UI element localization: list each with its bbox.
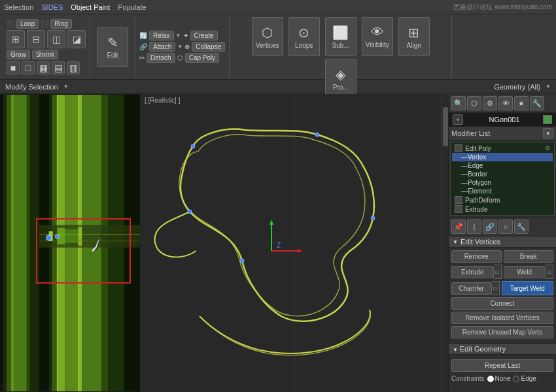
modifier-border[interactable]: — Border (452, 170, 553, 178)
rp-icon-gear[interactable]: ⚙ (483, 96, 497, 110)
grow-icon-btn[interactable]: ⊞ (7, 30, 25, 48)
rp-icon-magnet[interactable]: 🔍 (451, 96, 466, 110)
center-viewport-svg: Z (141, 94, 448, 392)
edit-btn[interactable]: ✎ Edit (97, 27, 128, 67)
svg-point-34 (315, 133, 319, 137)
break-btn[interactable]: Break (504, 250, 554, 263)
constraint-none-option[interactable]: None (487, 375, 511, 382)
edge-radio[interactable] (513, 376, 519, 382)
rp-icon-cursor[interactable]: | (467, 220, 481, 234)
object-expand-btn[interactable]: + (453, 114, 463, 125)
modifier-vertex[interactable]: — Vertex (452, 153, 553, 161)
create-btn[interactable]: Create (190, 31, 218, 41)
svg-point-37 (188, 210, 192, 214)
extrude-sq-btn[interactable]: □ (494, 265, 502, 279)
edit-vertices-section: Remove Break Extrude □ Weld □ Chamfer (449, 248, 556, 343)
remove-isolated-btn[interactable]: Remove Isolated Vertices (451, 312, 553, 324)
rp-icon-link[interactable]: 🔗 (483, 220, 497, 234)
shrink-icon-btn[interactable]: ⊟ (27, 30, 45, 48)
align-btn[interactable]: ⊞ Align (398, 17, 430, 56)
extra-icon3[interactable]: ▦ (37, 61, 50, 74)
modifier-pathdeform[interactable]: PathDeform (452, 195, 553, 204)
section-arrow: ▼ (453, 239, 458, 245)
modifier-edit-poly[interactable]: Edit Poly ⚙ (452, 144, 553, 153)
chamfer-btn[interactable]: Chamfer (451, 282, 492, 295)
svg-text:Z: Z (277, 242, 281, 249)
rp-icon-pin[interactable]: 📌 (451, 220, 466, 234)
shrink-btn[interactable]: Shrink (32, 50, 58, 59)
loops-btn[interactable]: ⊙ Loops (288, 17, 320, 56)
edit-geometry-section: Repeat Last Constraints None Edge (449, 355, 556, 386)
weld-btn[interactable]: Weld (504, 266, 546, 278)
modifier-extrude[interactable]: Extrude (452, 204, 553, 214)
connect-btn[interactable]: Connect (451, 297, 553, 310)
topbar-selection[interactable]: Selection (4, 3, 33, 11)
left-viewport[interactable] (0, 94, 141, 392)
loop-btn[interactable]: Loop (16, 19, 39, 29)
rp-icon-edit[interactable]: ⬡ (467, 96, 481, 110)
topbar-object-paint[interactable]: Object Paint (71, 3, 110, 11)
modifier-element[interactable]: — Element (452, 187, 553, 195)
cap-poly-btn[interactable]: Cap Poly (185, 53, 220, 63)
grow-btn[interactable]: Grow (7, 50, 30, 59)
constraint-edge-option[interactable]: Edge (513, 375, 536, 382)
rp-icon-star[interactable]: ★ (514, 96, 529, 110)
pro-icon: ◈ (336, 67, 345, 82)
svg-rect-24 (78, 227, 82, 246)
svg-point-35 (371, 216, 375, 220)
geometry-all-label[interactable]: Geometry (All) (494, 83, 540, 91)
vertices-btn[interactable]: ⬡ Vertices (252, 17, 283, 56)
target-weld-btn[interactable]: Target Weld (502, 281, 554, 295)
visibility-btn[interactable]: 👁 Visibility (362, 17, 393, 56)
collapse-btn[interactable]: Collapse (192, 42, 225, 52)
weld-sq-btn[interactable]: □ (546, 265, 553, 279)
chamfer-sq-btn[interactable]: □ (492, 281, 500, 295)
extra-btn1[interactable]: ◫ (47, 30, 65, 48)
extra-icon5[interactable]: ▥ (67, 61, 80, 74)
detach-btn[interactable]: Detach (147, 53, 175, 63)
topbar-populate[interactable]: Populate (118, 3, 146, 11)
modify-dropdown-arrow[interactable]: ▼ (63, 84, 69, 90)
relax-btn[interactable]: Relax (149, 31, 174, 41)
top-bar: Selection SIDES Object Paint Populate 思路… (0, 0, 556, 14)
svg-point-27 (46, 235, 52, 240)
scrollbar-thumb[interactable] (443, 107, 448, 146)
repeat-last-btn[interactable]: Repeat Last (451, 359, 553, 372)
logo: 思路设计论坛 www.missyuan.com (453, 3, 552, 12)
remove-unused-btn[interactable]: Remove Unused Map Verts (451, 326, 553, 338)
extra-btn2[interactable]: ◪ (67, 30, 86, 48)
svg-rect-4 (14, 95, 27, 391)
ring-btn[interactable]: Ring (50, 19, 72, 29)
viewport-label: [ [Realistic] ] (145, 97, 180, 104)
rp-icon-wrench[interactable]: 🔧 (514, 220, 529, 234)
rp-icon-eye[interactable]: 👁 (498, 96, 513, 110)
svg-rect-2 (7, 95, 12, 391)
topbar-sides[interactable]: SIDES (41, 3, 63, 11)
extrude-with-sq: Extrude □ (451, 265, 502, 279)
svg-point-33 (191, 144, 195, 148)
rp-icon-circle[interactable]: ○ (498, 220, 513, 234)
remove-btn[interactable]: Remove (451, 250, 502, 263)
sub-btn[interactable]: ⬜ Sub... (325, 17, 356, 56)
svg-rect-6 (30, 95, 39, 391)
extra-icon1[interactable]: ■ (7, 61, 20, 74)
chamfer-targetweld-row: Chamfer □ Target Weld (451, 281, 553, 295)
pro-btn[interactable]: ◈ Pro... (325, 59, 356, 98)
extra-icon2[interactable]: □ (22, 61, 35, 74)
modifier-extrude-icon (455, 205, 462, 213)
none-radio[interactable] (487, 376, 494, 382)
modifier-edge[interactable]: — Edge (452, 161, 553, 170)
extra-icon4[interactable]: ▤ (52, 61, 65, 74)
center-viewport[interactable]: [ [Realistic] ] (141, 94, 448, 392)
rp-icon-tool[interactable]: 🔧 (530, 96, 544, 110)
geometry-dropdown-arrow[interactable]: ▼ (546, 84, 551, 90)
extrude-btn[interactable]: Extrude (451, 266, 494, 278)
object-color-swatch[interactable] (543, 115, 552, 124)
svg-rect-5 (27, 95, 30, 391)
viewport-scrollbar[interactable] (442, 94, 448, 392)
modify-selection-label[interactable]: Modify Selection (5, 83, 58, 91)
modifier-polygon[interactable]: — Polygon (452, 178, 553, 187)
vertices-icon: ⬡ (262, 25, 273, 41)
attach-btn[interactable]: Attach (149, 42, 175, 52)
modifier-list-dropdown[interactable]: ▼ (543, 128, 553, 139)
